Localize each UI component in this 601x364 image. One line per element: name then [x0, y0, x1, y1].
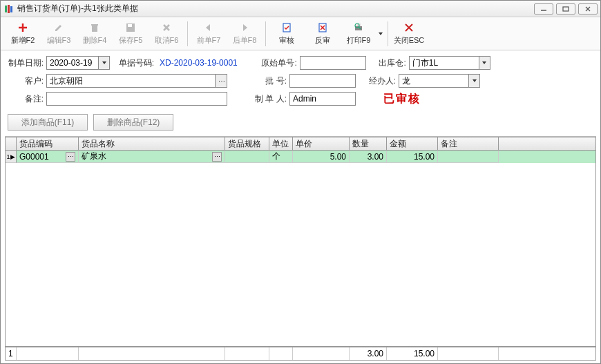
save-button[interactable]: 保存F5 — [113, 19, 149, 49]
delete-button[interactable]: 删除F4 — [77, 19, 113, 49]
col-qty[interactable]: 数量 — [350, 137, 387, 150]
app-window: 销售订货单(订单)-共1张此类单据 新增F2 编辑F3 删除F4 保存F5 取消… — [0, 0, 601, 364]
app-icon — [3, 3, 15, 15]
maximize-button[interactable] — [556, 3, 575, 15]
close-label: 关闭ESC — [394, 35, 425, 46]
chevron-down-icon — [479, 57, 490, 69]
row-indicator-header — [6, 137, 17, 150]
col-amount[interactable]: 金额 — [387, 137, 438, 150]
origdoc-input[interactable] — [300, 56, 366, 70]
plus-icon — [17, 21, 29, 34]
handler-combo[interactable]: 龙 — [399, 74, 480, 88]
batch-input[interactable] — [289, 74, 356, 88]
maker-label: 制 单 人: — [248, 93, 289, 105]
col-remark[interactable]: 备注 — [438, 137, 499, 150]
svg-rect-2 — [10, 6, 12, 12]
print-icon — [352, 21, 365, 34]
delete-icon — [88, 21, 101, 34]
footer-amount: 15.00 — [387, 347, 438, 360]
grid-footer: 1 3.00 15.00 — [5, 347, 596, 361]
cell-qty[interactable]: 3.00 — [350, 151, 387, 163]
svg-rect-10 — [128, 24, 132, 27]
row-indicator: 1▶ — [6, 151, 17, 163]
col-name[interactable]: 货品名称 — [79, 137, 225, 150]
minimize-button[interactable] — [534, 3, 553, 15]
cell-amount[interactable]: 15.00 — [387, 151, 438, 163]
date-picker[interactable]: 2020-03-19 — [46, 56, 110, 70]
unaudit-label: 反审 — [315, 35, 330, 46]
form-area: 制单日期: 2020-03-19 单据号码: XD-2020-03-19-000… — [1, 50, 600, 111]
separator — [265, 21, 266, 46]
new-button[interactable]: 新增F2 — [5, 19, 41, 49]
name-lookup-button[interactable]: ⋯ — [212, 152, 222, 162]
unaudit-button[interactable]: 反审 — [305, 19, 341, 49]
warehouse-value: 门市1L — [410, 57, 479, 69]
cell-spec[interactable] — [225, 151, 269, 163]
cell-unit[interactable]: 个 — [269, 151, 293, 163]
remark-label: 备注: — [8, 93, 46, 105]
col-spec[interactable]: 货品规格 — [225, 137, 269, 150]
cancel-button[interactable]: 取消F6 — [149, 19, 184, 49]
new-label: 新增F2 — [11, 35, 35, 46]
handler-value: 龙 — [399, 75, 468, 87]
edit-label: 编辑F3 — [47, 35, 71, 46]
svg-rect-1 — [8, 5, 10, 13]
batch-label: 批 号: — [248, 75, 289, 87]
next-button[interactable]: 后单F8 — [227, 19, 263, 49]
date-value: 2020-03-19 — [47, 58, 98, 68]
warehouse-combo[interactable]: 门市1L — [409, 56, 490, 70]
add-item-button[interactable]: 添加商品(F11) — [8, 114, 88, 131]
table-row[interactable]: 1▶ G00001⋯ 矿泉水⋯ 个 5.00 3.00 15.00 — [6, 151, 595, 163]
footer-qty: 3.00 — [350, 347, 387, 360]
prev-button[interactable]: 前单F7 — [191, 19, 227, 49]
window-buttons — [534, 3, 598, 15]
code-lookup-button[interactable]: ⋯ — [66, 152, 75, 162]
cell-code[interactable]: G00001⋯ — [17, 151, 79, 163]
close-icon — [403, 21, 415, 34]
prev-label: 前单F7 — [197, 35, 221, 46]
edit-button[interactable]: 编辑F3 — [41, 19, 77, 49]
origdoc-label: 原始单号: — [258, 57, 300, 69]
save-icon — [124, 21, 137, 34]
close-app-button[interactable]: 关闭ESC — [391, 19, 427, 49]
audit-label: 审核 — [279, 35, 294, 46]
separator — [187, 21, 188, 46]
date-label: 制单日期: — [8, 57, 46, 69]
audit-button[interactable]: 审核 — [269, 19, 305, 49]
svg-rect-4 — [563, 7, 569, 11]
print-button[interactable]: 打印F9 — [341, 19, 376, 49]
cell-price[interactable]: 5.00 — [293, 151, 350, 163]
col-code[interactable]: 货品编码 — [17, 137, 79, 150]
delete-label: 删除F4 — [83, 35, 107, 46]
docnum-label: 单据号码: — [114, 57, 157, 69]
print-label: 打印F9 — [347, 35, 371, 46]
remark-input[interactable] — [46, 92, 227, 106]
customer-input[interactable] — [46, 74, 215, 88]
svg-rect-0 — [5, 6, 7, 12]
arrow-right-icon — [238, 21, 251, 34]
customer-lookup-button[interactable]: ⋯ — [215, 74, 227, 88]
cell-remark[interactable] — [438, 151, 499, 163]
close-button[interactable] — [578, 3, 598, 15]
window-title: 销售订货单(订单)-共1张此类单据 — [17, 3, 534, 15]
warehouse-label: 出库仓: — [374, 57, 409, 69]
grid: 货品编码 货品名称 货品规格 单位 单价 数量 金额 备注 1▶ G00001⋯… — [5, 136, 596, 361]
print-dropdown[interactable] — [376, 31, 385, 37]
separator — [388, 21, 388, 46]
grid-body[interactable]: 1▶ G00001⋯ 矿泉水⋯ 个 5.00 3.00 15.00 — [5, 151, 596, 347]
col-unit[interactable]: 单位 — [269, 137, 293, 150]
svg-rect-7 — [92, 26, 97, 32]
cancel-label: 取消F6 — [155, 35, 179, 46]
col-price[interactable]: 单价 — [293, 137, 350, 150]
edit-icon — [53, 21, 65, 34]
cancel-icon — [160, 21, 173, 34]
chevron-down-icon — [98, 57, 109, 69]
cell-name[interactable]: 矿泉水⋯ — [79, 151, 225, 163]
arrow-left-icon — [202, 21, 215, 34]
delete-item-button[interactable]: 删除商品(F12) — [93, 114, 173, 131]
toolbar: 新增F2 编辑F3 删除F4 保存F5 取消F6 前单F7 后单F8 — [1, 17, 600, 50]
handler-label: 经办人: — [364, 75, 399, 87]
footer-idx: 1 — [6, 347, 17, 360]
maker-input[interactable] — [289, 92, 356, 106]
grid-button-row: 添加商品(F11) 删除商品(F12) — [1, 111, 600, 136]
